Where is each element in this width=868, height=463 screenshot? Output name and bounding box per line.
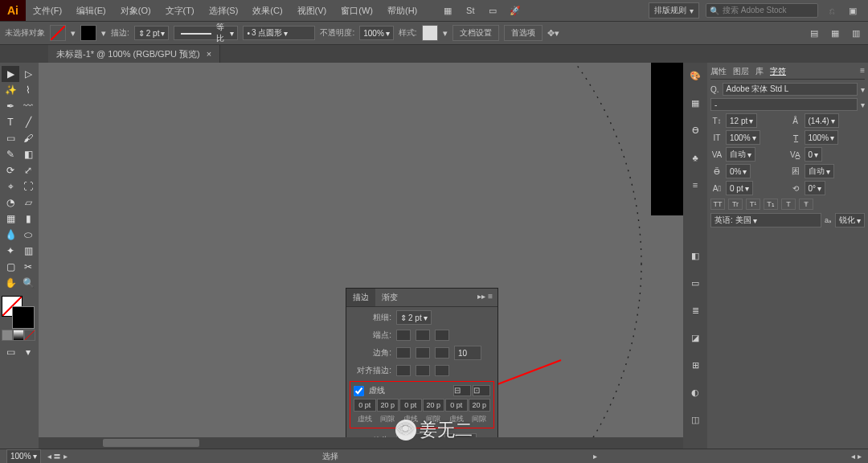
menu-编辑(E)[interactable]: 编辑(E) bbox=[69, 0, 113, 21]
perspective-tool[interactable]: ▱ bbox=[19, 195, 37, 211]
h-scrollbar[interactable] bbox=[39, 437, 683, 449]
dash-value[interactable]: 20 p bbox=[377, 399, 399, 412]
rotate-tool[interactable]: ⟳ bbox=[2, 162, 19, 178]
dock-swatches-icon[interactable]: ▦ bbox=[687, 95, 703, 111]
free-transform-tool[interactable]: ⛶ bbox=[19, 178, 37, 195]
cap-round[interactable] bbox=[416, 330, 430, 341]
menu-文字(T)[interactable]: 文字(T) bbox=[158, 0, 202, 21]
pen-tool[interactable]: ✒ bbox=[2, 98, 19, 114]
text-case-button[interactable]: T¹ bbox=[746, 199, 760, 210]
dock-symbols-icon[interactable]: ♣ bbox=[687, 150, 703, 166]
eyedropper-tool[interactable]: 💧 bbox=[2, 227, 19, 243]
screen-mode-dropdown[interactable]: ▾ bbox=[19, 344, 37, 360]
tracking-input[interactable]: 0▾ bbox=[805, 147, 823, 162]
tab-character[interactable]: 字符 bbox=[770, 66, 786, 77]
uniform-dropdown[interactable]: 等比 ▾ bbox=[174, 26, 238, 40]
fill-swatch[interactable] bbox=[50, 25, 66, 41]
rotation-input[interactable]: 0°▾ bbox=[805, 181, 826, 195]
text-case-button[interactable]: T bbox=[781, 199, 796, 210]
dock-layers-icon[interactable]: ◧ bbox=[687, 248, 703, 264]
corner-round[interactable] bbox=[416, 347, 430, 359]
screen-mode-normal[interactable]: ▭ bbox=[2, 344, 19, 360]
shape-builder-tool[interactable]: ◔ bbox=[2, 195, 19, 211]
menu-效果(C)[interactable]: 效果(C) bbox=[245, 0, 289, 21]
dock-pathfinder-icon[interactable]: ◪ bbox=[687, 330, 703, 346]
style-swatch[interactable] bbox=[422, 25, 438, 41]
panel-icon-3[interactable]: ▥ bbox=[849, 26, 863, 40]
menu-选择(S)[interactable]: 选择(S) bbox=[202, 0, 246, 21]
transform-icon[interactable]: ✥▾ bbox=[547, 28, 559, 39]
tsume-input[interactable]: 自动▾ bbox=[805, 164, 834, 178]
kerning-input[interactable]: 自动▾ bbox=[726, 147, 755, 162]
cap-square[interactable] bbox=[435, 330, 449, 341]
tab-layers[interactable]: 图层 bbox=[733, 66, 749, 77]
symbol-spray-tool[interactable]: ✦ bbox=[2, 243, 19, 259]
type-tool[interactable]: T bbox=[2, 114, 19, 130]
gradient-tool[interactable]: ▮ bbox=[19, 211, 37, 227]
dash-value[interactable]: 20 p bbox=[469, 399, 491, 412]
document-tab[interactable]: 未标题-1* @ 100% (RGB/GPU 预览)× bbox=[48, 45, 220, 63]
cap-butt[interactable] bbox=[396, 330, 411, 341]
arrange-icon[interactable]: ▭ bbox=[485, 3, 500, 18]
menu-视图(V)[interactable]: 视图(V) bbox=[290, 0, 334, 21]
canvas[interactable]: 描边 渐变 ▸▸ ≡ 粗细:⇕ 2 pt ▾ 端点: 边角:10 对齐描边: 虚… bbox=[39, 63, 683, 449]
panel-collapse-icon[interactable]: ▸▸ ≡ bbox=[473, 289, 497, 306]
text-case-button[interactable]: TT bbox=[710, 199, 725, 210]
zoom-input[interactable]: 100% ▾ bbox=[6, 449, 41, 464]
dock-color-icon[interactable]: 🎨 bbox=[687, 68, 703, 84]
dash-value[interactable]: 20 p bbox=[423, 399, 445, 412]
text-case-button[interactable]: Tr bbox=[728, 199, 743, 210]
panel-menu-icon[interactable]: ≡ bbox=[860, 66, 865, 77]
brush-tool[interactable]: 🖌 bbox=[19, 130, 37, 146]
search-stock-input[interactable]: 🔍搜索 Adobe Stock bbox=[706, 3, 818, 18]
stroke-tab[interactable]: 描边 bbox=[346, 289, 375, 306]
zoom-tool[interactable]: 🔍 bbox=[19, 275, 37, 291]
menu-窗口(W)[interactable]: 窗口(W) bbox=[334, 0, 380, 21]
align-center[interactable] bbox=[396, 365, 411, 376]
scale-tool[interactable]: ⤢ bbox=[19, 162, 37, 178]
magic-wand-tool[interactable]: ✨ bbox=[2, 82, 19, 98]
dock-artboards-icon[interactable]: ▭ bbox=[687, 275, 703, 291]
dock-graphic-styles-icon[interactable]: ◫ bbox=[687, 412, 703, 428]
dashed-checkbox[interactable] bbox=[354, 386, 364, 396]
font-size-input[interactable]: 12 pt▾ bbox=[726, 113, 757, 128]
dock-appearance-icon[interactable]: ◐ bbox=[687, 384, 703, 400]
gpu-icon[interactable]: 🚀 bbox=[508, 3, 522, 18]
dash-value[interactable]: 0 pt bbox=[445, 399, 468, 412]
graph-tool[interactable]: ▥ bbox=[19, 243, 37, 259]
menu-对象(O)[interactable]: 对象(O) bbox=[113, 0, 158, 21]
dash-value[interactable]: 0 pt bbox=[354, 399, 376, 412]
dock-transform-icon[interactable]: ⊞ bbox=[687, 357, 703, 373]
dock-align-icon[interactable]: ≣ bbox=[687, 302, 703, 318]
artboard-tool[interactable]: ▢ bbox=[2, 259, 19, 275]
align-outside[interactable] bbox=[435, 365, 449, 376]
blend-tool[interactable]: ⬭ bbox=[19, 227, 37, 243]
sync-icon[interactable]: ⎌ bbox=[825, 3, 839, 18]
brush-dropdown[interactable]: • 3 点圆形 ▾ bbox=[243, 26, 315, 40]
dash-align[interactable]: ⊡ bbox=[473, 385, 490, 396]
rectangle-tool[interactable]: ▭ bbox=[2, 130, 19, 146]
slice-tool[interactable]: ✂ bbox=[19, 259, 37, 275]
corner-miter[interactable] bbox=[396, 347, 411, 359]
baseline-input[interactable]: 0%▾ bbox=[726, 164, 751, 178]
tab-properties[interactable]: 属性 bbox=[710, 66, 727, 77]
dash-value[interactable]: 0 pt bbox=[399, 399, 422, 412]
fill-stroke-control[interactable] bbox=[2, 296, 34, 328]
leading-input[interactable]: (14.4)▾ bbox=[805, 113, 839, 128]
prefs-button[interactable]: 首选项 bbox=[504, 25, 542, 41]
hscale-input[interactable]: 100%▾ bbox=[805, 130, 839, 145]
menu-文件(F)[interactable]: 文件(F) bbox=[26, 0, 69, 21]
dock-brushes-icon[interactable]: Ɵ bbox=[687, 122, 703, 138]
lasso-tool[interactable]: ⌇ bbox=[19, 82, 37, 98]
stock-icon[interactable]: St bbox=[463, 3, 477, 18]
panel-icon-2[interactable]: ▦ bbox=[828, 26, 842, 40]
eraser-tool[interactable]: ◧ bbox=[19, 146, 37, 162]
language-dropdown[interactable]: 英语: 美国▾ bbox=[710, 213, 821, 227]
curvature-tool[interactable]: 〰 bbox=[19, 98, 37, 114]
stroke-swatch[interactable] bbox=[80, 25, 96, 41]
text-case-button[interactable]: Ŧ bbox=[799, 199, 813, 210]
panel-toggle-icon[interactable]: ▣ bbox=[845, 3, 860, 18]
tab-libraries[interactable]: 库 bbox=[755, 66, 764, 77]
color-mode-chips[interactable] bbox=[2, 330, 37, 341]
font-family-dropdown[interactable]: Adobe 宋体 Std L bbox=[723, 83, 858, 96]
